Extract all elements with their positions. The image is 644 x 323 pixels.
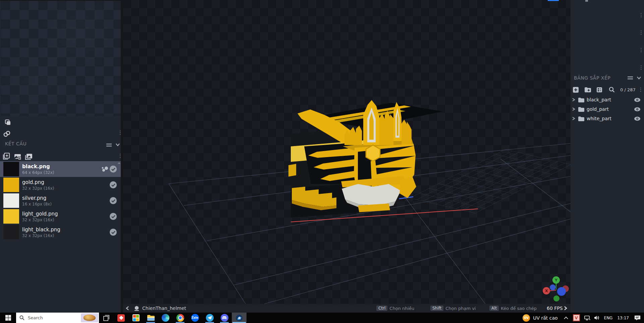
uv-widget-label[interactable]: UV rất cao — [533, 315, 557, 321]
texture-name: gold.png — [22, 179, 110, 185]
texture-size: 32 x 32px (16x) — [22, 233, 110, 238]
check-icon[interactable] — [110, 213, 117, 220]
unikey-icon[interactable]: V — [573, 314, 580, 321]
tree-label: gold_part — [587, 106, 634, 112]
search-daily-image[interactable] — [81, 313, 98, 322]
gizmo-neg-y-ball — [553, 295, 559, 302]
chrome-icon[interactable] — [173, 313, 187, 323]
arrangement-title: BẢNG SẮP XẾP — [574, 75, 627, 81]
texture-swatch — [3, 225, 19, 239]
svg-text:X: X — [545, 289, 548, 293]
clock[interactable]: 13:17 — [617, 316, 629, 320]
texture-swatch — [3, 178, 19, 192]
search-input[interactable] — [27, 315, 72, 321]
panel-resize-handle[interactable] — [121, 1, 123, 313]
eye-icon[interactable] — [634, 107, 641, 111]
edge-icon[interactable] — [158, 313, 173, 323]
tree-menu-icon[interactable]: ⋮ — [638, 87, 642, 92]
tree-row-white-part[interactable]: white_part — [571, 114, 644, 123]
task-view-button[interactable] — [99, 313, 114, 323]
volume-icon[interactable] — [594, 315, 600, 320]
chevron-left-icon[interactable] — [126, 306, 129, 311]
import-image-icon[interactable] — [13, 152, 22, 161]
image-library-icon[interactable] — [24, 152, 33, 161]
tree-label: black_part — [587, 97, 634, 102]
start-button[interactable] — [0, 313, 16, 323]
collapsed-panel-menu-icon[interactable]: ⋮ — [639, 65, 644, 70]
texture-name: light_black.png — [22, 227, 110, 233]
texture-preview[interactable] — [1, 1, 121, 116]
texture-swatch — [3, 193, 19, 208]
check-icon[interactable] — [110, 197, 117, 204]
file-explorer-icon[interactable] — [143, 313, 158, 323]
check-icon[interactable] — [110, 166, 117, 173]
voxel-editor-app-icon[interactable] — [232, 313, 247, 323]
scroll-up-arrow[interactable] — [118, 162, 120, 164]
viewport-scene: Z X Y — [123, 0, 571, 304]
status-bar: ChienThan_helmet CtrlChọn nhiều ShiftChọ… — [123, 304, 571, 313]
search-icon — [19, 315, 24, 320]
chevron-right-icon[interactable] — [564, 306, 567, 311]
add-item-icon[interactable] — [571, 85, 580, 94]
windows-taskbar: Zalo UV UV rất cao V ENG 13:17 — [0, 313, 644, 323]
chevron-right-icon[interactable] — [572, 98, 575, 102]
chevron-right-icon[interactable] — [572, 107, 575, 111]
language-indicator[interactable]: ENG — [604, 316, 613, 320]
svg-text:Z: Z — [555, 286, 558, 289]
tree-row-black-part[interactable]: black_part — [571, 95, 644, 104]
model-name[interactable]: ChienThan_helmet — [142, 306, 186, 311]
hamburger-icon[interactable] — [106, 143, 112, 147]
pinned-app-red-icon[interactable] — [114, 313, 128, 323]
taskbar-search[interactable] — [16, 313, 99, 323]
network-icon[interactable] — [584, 315, 591, 321]
chevron-right-icon[interactable] — [572, 117, 575, 121]
texture-row-gold[interactable]: gold.png 32 x 32px (16x) — [0, 177, 121, 193]
telegram-icon[interactable] — [202, 313, 217, 323]
add-folder-icon[interactable] — [583, 85, 592, 94]
texture-row-silver[interactable]: silver.png 16 x 16px (8x) — [0, 193, 121, 209]
tray-expand-icon[interactable] — [564, 317, 568, 319]
fps-counter: 60 FPS — [547, 306, 563, 311]
action-center-icon[interactable] — [634, 315, 641, 321]
hint-alt: AltKéo để sao chép — [489, 306, 537, 311]
check-icon[interactable] — [110, 181, 117, 188]
chevron-down-icon[interactable] — [637, 76, 641, 80]
hint-ctrl: CtrlChọn nhiều — [376, 306, 414, 311]
arrangement-panel: ⋮ ⋮ ⋮ ⋮ BẢNG SẮP XẾP 0 / 287 ⋮ black_par… — [571, 0, 644, 313]
microsoft-store-icon[interactable] — [128, 313, 143, 323]
zalo-icon[interactable]: Zalo — [187, 313, 202, 323]
copy-icon[interactable] — [3, 118, 12, 127]
viewport-3d[interactable]: Z X Y — [123, 0, 571, 304]
texture-row-black[interactable]: black.png 64 x 64px (32x) — [0, 161, 121, 177]
texture-panel: ⋮ KẾT CẤU ⋮ black.png 64 x 64px (32x) go… — [0, 0, 123, 313]
texture-size: 64 x 64px (32x) — [22, 170, 102, 175]
uv-widget-icon[interactable]: UV — [523, 314, 530, 322]
texture-swatch — [3, 209, 19, 224]
texture-row-light-gold[interactable]: light_gold.png 32 x 32px (16x) — [0, 209, 121, 224]
discord-icon[interactable] — [217, 313, 232, 323]
folder-icon — [578, 97, 584, 102]
collapsed-panel-menu-icon[interactable]: ⋮ — [639, 13, 644, 17]
eye-icon[interactable] — [634, 98, 641, 102]
search-icon[interactable] — [607, 85, 616, 94]
texture-size: 32 x 32px (16x) — [22, 218, 110, 222]
texture-row-light-black[interactable]: light_black.png 32 x 32px (16x) — [0, 224, 121, 240]
tree-row-gold-part[interactable]: gold_part — [571, 104, 644, 114]
collapsed-panel-menu-icon[interactable]: ⋮ — [639, 48, 644, 52]
chevron-down-icon[interactable] — [115, 143, 120, 146]
hamburger-icon[interactable] — [627, 76, 633, 80]
eye-icon[interactable] — [634, 117, 641, 121]
helmet-emblem — [366, 145, 380, 161]
link-icon[interactable] — [3, 130, 11, 138]
collapsed-panel-menu-icon[interactable]: ⋮ — [639, 30, 644, 35]
add-texture-icon[interactable] — [2, 152, 11, 160]
folder-icon — [578, 116, 584, 121]
check-icon[interactable] — [110, 229, 117, 236]
fine-grid — [410, 149, 571, 213]
panel-top-tick — [585, 0, 588, 2]
svg-text:Y: Y — [554, 278, 558, 282]
texture-size: 32 x 32px (16x) — [22, 186, 110, 191]
instances-icon[interactable] — [102, 166, 109, 173]
layer-list-icon[interactable] — [595, 85, 604, 94]
texture-name: silver.png — [22, 195, 110, 201]
